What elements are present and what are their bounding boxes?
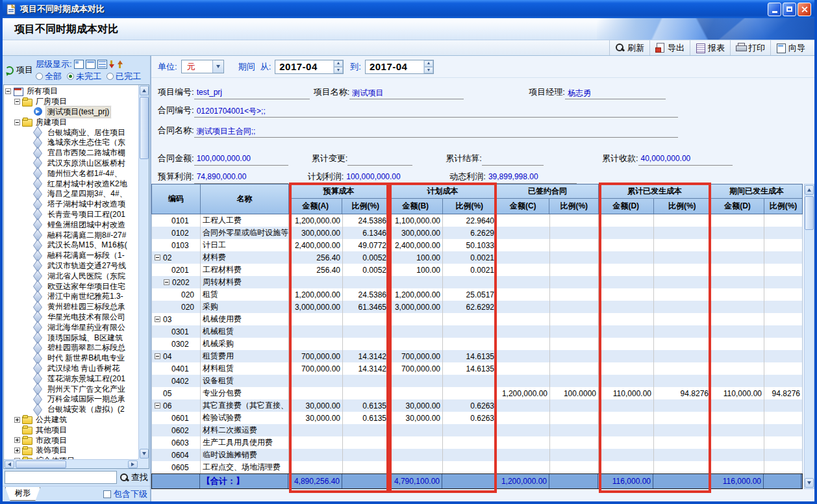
- tree-item[interactable]: 荆州天下广告文化产业: [4, 384, 138, 394]
- group-label[interactable]: 预算成本: [289, 184, 388, 199]
- table-row[interactable]: 02 材料费 256.40 0.0052 100.00 0.0021: [152, 251, 802, 264]
- col-name-header[interactable]: 名称: [201, 184, 289, 214]
- table-row[interactable]: 0103 计日工 2,400,000.00 49.0772 2,400,000.…: [152, 239, 802, 251]
- cum-settle-field[interactable]: [482, 154, 544, 166]
- cum-receipt-field[interactable]: 40,000,000.00: [638, 154, 733, 166]
- sort-desc-icon[interactable]: [109, 60, 116, 69]
- scroll-right-icon[interactable]: [128, 460, 138, 468]
- tree-scroll-thumb[interactable]: [140, 97, 149, 159]
- tree-item[interactable]: 黄州碧桂园三标段总承: [4, 302, 138, 312]
- tree-item[interactable]: 所有项目: [4, 86, 138, 97]
- grid-view-icon[interactable]: [97, 60, 107, 69]
- tree-item[interactable]: 房建项目: [4, 117, 138, 127]
- table-row[interactable]: 0202 周转材料费: [152, 276, 802, 288]
- tree-item[interactable]: 长青壹号项目工程(201: [4, 210, 138, 220]
- group-label[interactable]: 计划成本: [389, 184, 496, 199]
- ratio-col-header[interactable]: 比例(%): [654, 199, 710, 214]
- ratio-col-header[interactable]: 比例(%): [443, 199, 497, 214]
- search-input[interactable]: [5, 471, 117, 484]
- tree-item[interactable]: 万科金域国际一期总承: [4, 394, 138, 405]
- refresh-icon[interactable]: [5, 66, 14, 75]
- tree-item[interactable]: 武汉绿地 青山香树花: [4, 364, 138, 374]
- ratio-col-header[interactable]: 比例(%): [342, 199, 388, 214]
- toolbar-button[interactable]: 刷新: [609, 40, 649, 55]
- table-row[interactable]: 020 租赁 1,200,000.00 24.5386 1,200,000.00…: [152, 288, 802, 301]
- amount-col-header[interactable]: 金额(C): [497, 199, 549, 214]
- tree-item[interactable]: 随州恒大名都1#-4#、: [4, 168, 138, 179]
- tree-item[interactable]: 华星光电技术有限公司: [4, 312, 138, 323]
- table-scroll-thumb[interactable]: [805, 196, 814, 230]
- table-row[interactable]: 0604 临时设施摊销费: [152, 449, 802, 461]
- ratio-col-header[interactable]: 比例(%): [549, 199, 598, 214]
- project-no-field[interactable]: test_prj: [194, 88, 310, 99]
- tree-item[interactable]: 时代 新世界B机电专业: [4, 353, 138, 364]
- expand-icon[interactable]: [155, 255, 160, 260]
- manager-field[interactable]: 杨志勇: [565, 88, 666, 99]
- cum-change-field[interactable]: [347, 154, 412, 166]
- tree-expand-icon[interactable]: [5, 88, 11, 94]
- tree-item[interactable]: 武汉长岛M15、M16栋(: [4, 240, 138, 251]
- contract-amount-field[interactable]: 100,000,000.00: [194, 154, 288, 166]
- table-row[interactable]: 04 租赁费用 700,000.00 14.3142 700,000.00 14…: [152, 350, 802, 362]
- table-row[interactable]: 0402 设备租赁: [152, 375, 802, 387]
- status-radio[interactable]: 已完工: [107, 71, 141, 82]
- spin-up-icon[interactable]: [334, 60, 343, 67]
- group-label[interactable]: 累计已发生成本: [599, 184, 710, 199]
- tree-expand-icon[interactable]: [14, 99, 20, 105]
- tree-item[interactable]: 武汉东原洪山区板桥村: [4, 158, 138, 169]
- ratio-col-header[interactable]: 比例(%): [764, 199, 802, 214]
- budget-profit-field[interactable]: 74,890,000.00: [194, 172, 288, 184]
- tab-tree-view[interactable]: 树形: [5, 487, 40, 501]
- tree-hscroll-thumb[interactable]: [16, 460, 66, 468]
- tree-item[interactable]: 融科花满庭一标段（1-: [4, 251, 138, 261]
- spin-up-icon[interactable]: [424, 60, 433, 67]
- amount-col-header[interactable]: 金额(D): [711, 199, 764, 214]
- tree-expand-icon[interactable]: [14, 447, 20, 453]
- toolbar-button[interactable]: 打印: [730, 40, 770, 55]
- table-row[interactable]: 0201 工程材料费 256.40 0.0052 100.00 0.0021: [152, 264, 802, 276]
- tree-item[interactable]: 欧亚达家年华项目住宅: [4, 281, 138, 292]
- table-row[interactable]: 06 其它直接费（其它直接、 30,000.00 0.6135 30,000.0…: [152, 399, 802, 412]
- table-row[interactable]: 0101 工程人工费 1,200,000.00 24.5386 1,100,00…: [152, 214, 802, 227]
- scroll-left-icon[interactable]: [5, 460, 14, 468]
- detail-view-icon[interactable]: [86, 60, 95, 69]
- scroll-up-icon[interactable]: [805, 185, 814, 195]
- spin-down-icon[interactable]: [334, 67, 343, 73]
- group-label[interactable]: 已签约合同: [497, 184, 598, 199]
- tree-item[interactable]: 武汉市轨道交通27号线: [4, 261, 138, 271]
- tree-item[interactable]: 塔子湖村城中村改造项: [4, 199, 138, 210]
- tree-item[interactable]: 红星村城中村改造K2地: [4, 179, 138, 189]
- title-bar[interactable]: 项目不同时期成本对比: [3, 0, 814, 18]
- include-sub-checkbox[interactable]: 包含下级: [103, 488, 147, 500]
- tree-item[interactable]: 装饰项目: [4, 446, 138, 456]
- toolbar-button[interactable]: 报表: [690, 40, 730, 55]
- period-from-input[interactable]: 2017-04: [275, 60, 344, 74]
- tree-item[interactable]: 潜江中南世纪雅苑1.3-: [4, 292, 138, 302]
- table-vertical-scrollbar[interactable]: [804, 184, 814, 489]
- tree-item[interactable]: 莲花湖东景城工程(201: [4, 373, 138, 384]
- contract-name-field[interactable]: 测试项目主合同;;: [194, 126, 678, 138]
- table-row[interactable]: 0401 材料租赁 700,000.00 14.3142 700,000.00 …: [152, 362, 802, 375]
- tree-expand-icon[interactable]: [14, 120, 20, 125]
- table-row[interactable]: 0602 材料二次搬运费: [152, 424, 802, 436]
- table-row[interactable]: 0603 生产工具用具使用费: [152, 436, 802, 449]
- expand-icon[interactable]: [155, 353, 160, 359]
- expand-icon[interactable]: [155, 403, 160, 409]
- tree-item[interactable]: 公共建筑: [4, 415, 138, 425]
- status-radio[interactable]: 全部: [36, 71, 62, 82]
- table-row[interactable]: 0601 检验试验费 30,000.00 0.6135 30,000.00 0.…: [152, 412, 802, 424]
- tree-item[interactable]: 顶琇国际城、B区建筑: [4, 333, 138, 343]
- tree-item[interactable]: 厂房项目: [4, 97, 138, 107]
- maximize-button[interactable]: [783, 3, 796, 16]
- contract-no-field[interactable]: 01201704001<号>;;: [194, 106, 678, 118]
- dynamic-profit-field[interactable]: 39,899,998.00: [486, 172, 577, 184]
- table-row[interactable]: 0301 机械租赁: [152, 325, 802, 338]
- period-to-input[interactable]: 2017-04: [365, 60, 434, 74]
- toolbar-button[interactable]: 向导: [770, 40, 811, 55]
- expand-icon[interactable]: [155, 316, 160, 322]
- scroll-down-icon[interactable]: [805, 478, 814, 488]
- tree-item[interactable]: 湖北海华星药业有限公: [4, 322, 138, 333]
- amount-col-header[interactable]: 金额(B): [389, 199, 443, 214]
- expand-icon[interactable]: [164, 279, 170, 285]
- tree-item[interactable]: 台银城商业、居住项目: [4, 127, 138, 138]
